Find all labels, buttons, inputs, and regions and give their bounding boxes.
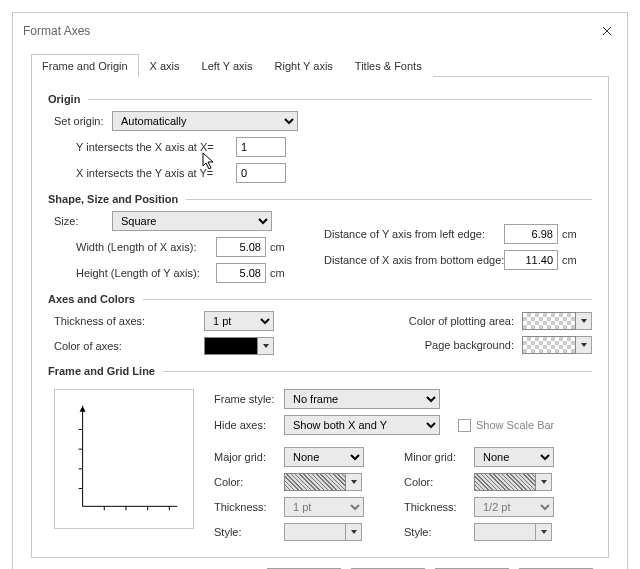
dist-x-unit: cm	[562, 254, 584, 266]
set-origin-label: Set origin:	[54, 115, 112, 127]
major-thickness-label: Thickness:	[214, 501, 284, 513]
plot-area-picker[interactable]	[522, 312, 592, 330]
tab-titles-fonts[interactable]: Titles & Fonts	[344, 54, 433, 77]
minor-style-picker[interactable]	[474, 523, 552, 541]
minor-color-picker[interactable]	[474, 473, 552, 491]
minor-style-label: Style:	[404, 526, 474, 538]
minor-color-swatch	[474, 473, 536, 491]
major-color-label: Color:	[214, 476, 284, 488]
set-origin-select[interactable]: Automatically	[112, 111, 298, 131]
major-grid-label: Major grid:	[214, 451, 284, 463]
show-scale-bar-label: Show Scale Bar	[476, 419, 554, 431]
tab-frame-origin[interactable]: Frame and Origin	[31, 54, 139, 77]
show-scale-bar-checkbox[interactable]	[458, 419, 471, 432]
color-axes-picker[interactable]	[204, 337, 274, 355]
content-area: Frame and Origin X axis Left Y axis Righ…	[13, 47, 627, 569]
major-color-swatch	[284, 473, 346, 491]
section-title-frame: Frame and Grid Line	[48, 365, 155, 377]
section-origin: Origin Set origin: Automatically Y inter…	[48, 93, 592, 183]
tab-strip: Frame and Origin X axis Left Y axis Righ…	[31, 53, 609, 77]
size-select[interactable]: Square	[112, 211, 272, 231]
dist-y-input[interactable]	[504, 224, 558, 244]
frame-style-select[interactable]: No frame	[284, 389, 440, 409]
page-bg-label: Page background:	[425, 339, 514, 351]
minor-thickness-select[interactable]: 1/2 pt	[474, 497, 554, 517]
major-style-picker[interactable]	[284, 523, 362, 541]
button-bar: Help Cancel Apply OK	[31, 558, 609, 569]
dist-x-input[interactable]	[504, 250, 558, 270]
width-label: Width (Length of X axis):	[76, 241, 216, 253]
close-icon	[602, 26, 612, 36]
major-grid-select[interactable]: None	[284, 447, 364, 467]
section-title-shape: Shape, Size and Position	[48, 193, 178, 205]
major-thickness-select[interactable]: 1 pt	[284, 497, 364, 517]
major-style-label: Style:	[214, 526, 284, 538]
page-bg-picker[interactable]	[522, 336, 592, 354]
plot-area-label: Color of plotting area:	[409, 315, 514, 327]
section-shape: Shape, Size and Position Size: Square Wi…	[48, 193, 592, 283]
close-button[interactable]	[597, 21, 617, 41]
section-title-axes: Axes and Colors	[48, 293, 135, 305]
color-axes-label: Color of axes:	[54, 340, 204, 352]
height-unit: cm	[270, 267, 292, 279]
hide-axes-select[interactable]: Show both X and Y	[284, 415, 440, 435]
axes-preview	[54, 389, 194, 529]
tab-right-y-axis[interactable]: Right Y axis	[264, 54, 344, 77]
dist-y-label: Distance of Y axis from left edge:	[324, 228, 504, 240]
major-color-picker[interactable]	[284, 473, 362, 491]
dist-x-label: Distance of X axis from bottom edge:	[324, 254, 504, 266]
minor-grid-label: Minor grid:	[404, 451, 474, 463]
x-intersects-label: X intersects the Y axis at Y=	[76, 167, 236, 179]
color-axes-swatch	[204, 337, 258, 355]
hide-axes-label: Hide axes:	[214, 419, 284, 431]
section-axes-colors: Axes and Colors Thickness of axes: 1 pt …	[48, 293, 592, 355]
minor-color-label: Color:	[404, 476, 474, 488]
x-intersects-input[interactable]	[236, 163, 286, 183]
y-intersects-input[interactable]	[236, 137, 286, 157]
format-axes-window: Format Axes Frame and Origin X axis Left…	[12, 12, 628, 569]
plot-area-swatch	[522, 312, 576, 330]
height-label: Height (Length of Y axis):	[76, 267, 216, 279]
window-title: Format Axes	[23, 24, 90, 38]
minor-grid-select[interactable]: None	[474, 447, 554, 467]
section-frame-grid: Frame and Grid Line	[48, 365, 592, 541]
minor-thickness-label: Thickness:	[404, 501, 474, 513]
frame-style-label: Frame style:	[214, 393, 284, 405]
thickness-label: Thickness of axes:	[54, 315, 204, 327]
page-bg-swatch	[522, 336, 576, 354]
tab-left-y-axis[interactable]: Left Y axis	[191, 54, 264, 77]
width-unit: cm	[270, 241, 292, 253]
thickness-select[interactable]: 1 pt	[204, 311, 274, 331]
width-input[interactable]	[216, 237, 266, 257]
dist-y-unit: cm	[562, 228, 584, 240]
size-label: Size:	[54, 215, 112, 227]
tab-body: Origin Set origin: Automatically Y inter…	[31, 77, 609, 558]
height-input[interactable]	[216, 263, 266, 283]
y-intersects-label: Y intersects the X axis at X=	[76, 141, 236, 153]
titlebar: Format Axes	[13, 13, 627, 47]
section-title-origin: Origin	[48, 93, 80, 105]
tab-x-axis[interactable]: X axis	[139, 54, 191, 77]
